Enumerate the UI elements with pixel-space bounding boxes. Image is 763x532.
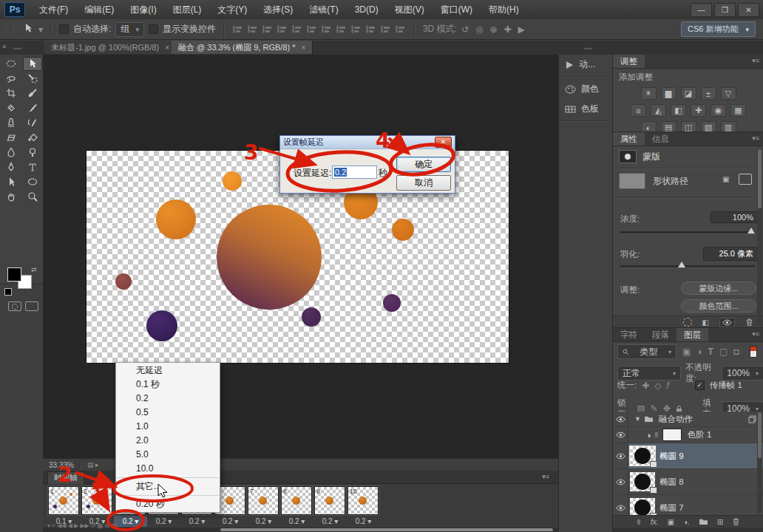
3d-mode-icon[interactable]: ↺	[461, 24, 469, 35]
layer-thumbnail[interactable]	[630, 446, 655, 466]
vector-mask-icon[interactable]	[739, 174, 752, 185]
delay-menu-item[interactable]: 其它...	[116, 480, 220, 494]
visibility-eye-icon[interactable]	[613, 469, 628, 494]
delay-input[interactable]: 0.2	[332, 166, 377, 179]
zoom-tool[interactable]	[23, 190, 42, 204]
dodge-tool[interactable]	[23, 146, 42, 160]
ellipse-shape-tool[interactable]	[23, 175, 42, 189]
3d-mode-icon[interactable]: ◎	[475, 24, 483, 35]
hand-tool[interactable]	[1, 190, 21, 204]
history-brush-tool[interactable]	[23, 116, 42, 130]
add-pixel-mask-icon[interactable]: ▣	[722, 175, 729, 183]
align-icon[interactable]	[306, 24, 318, 35]
tab-adjustments[interactable]: 调整	[613, 55, 645, 68]
tab-info[interactable]: 信息	[645, 132, 676, 146]
menu-item[interactable]: 文件(F)	[31, 0, 76, 19]
adjustment-levels-icon[interactable]: ▆	[661, 87, 676, 100]
eyedropper-tool[interactable]	[23, 86, 42, 100]
menu-item[interactable]: 文字(Y)	[209, 0, 255, 19]
delay-menu-item[interactable]: 10.0	[116, 462, 220, 476]
frame-delay[interactable]: 0.2 ▾	[180, 516, 214, 527]
screen-mode-button[interactable]	[25, 301, 38, 311]
adjustment-curves-icon[interactable]: ◪	[681, 87, 696, 100]
move-tool[interactable]	[23, 57, 42, 71]
menu-item[interactable]: 编辑(E)	[76, 0, 122, 19]
type-tool[interactable]	[23, 160, 42, 174]
align-icon[interactable]	[262, 24, 274, 35]
delay-menu-item[interactable]: 0.5	[116, 406, 220, 420]
align-icon[interactable]	[350, 24, 362, 35]
panel-menu-icon[interactable]: ▾≡	[747, 55, 763, 68]
frame-thumbnail[interactable]: 1	[48, 486, 79, 515]
3d-mode-icon[interactable]: ⊕	[489, 24, 497, 35]
tab-layers[interactable]: 图层	[676, 328, 708, 341]
frame-delay[interactable]: 0.2 ▾	[280, 516, 313, 527]
frame-delay[interactable]: 0.2 ▾	[313, 516, 347, 527]
density-value[interactable]: 100%	[711, 211, 758, 223]
ok-button[interactable]: 确定	[396, 157, 451, 172]
layer-row-selected[interactable]: 椭圆 9	[613, 443, 763, 469]
quick-selection-tool[interactable]	[23, 72, 42, 86]
delete-mask-icon[interactable]	[745, 318, 753, 327]
frame-delay[interactable]: 0.2 ▾	[147, 516, 180, 527]
density-slider-knob[interactable]	[747, 228, 755, 233]
propagate-frame-checkbox[interactable]: ✓	[695, 381, 705, 390]
align-icon[interactable]	[380, 24, 392, 35]
unify-position-icon[interactable]: ✚	[642, 381, 649, 391]
shape-thumbnail[interactable]	[619, 173, 645, 189]
panel-menu-icon[interactable]: ▾≡	[747, 328, 763, 341]
layer-thumbnail[interactable]	[630, 472, 655, 491]
paint-bucket-tool[interactable]	[23, 131, 42, 145]
frame-thumbnail[interactable]: 10	[347, 486, 379, 515]
unify-style-icon[interactable]: f	[667, 381, 669, 391]
restore-button[interactable]: ❐	[714, 3, 736, 17]
apply-mask-icon[interactable]: ◧	[702, 318, 709, 327]
close-button[interactable]: ✕	[738, 3, 759, 17]
align-icon[interactable]	[336, 24, 347, 35]
default-colors-icon[interactable]	[4, 288, 12, 296]
timeline-playback-controls[interactable]: ▾ ≡ ◀◀ ◀ ▶ ▶▶ ⟳ ▦ ⊞ ▨	[47, 522, 117, 529]
color-panel-button[interactable]: 颜色	[559, 79, 613, 99]
timeline-frame[interactable]: 9	[313, 485, 347, 516]
align-icon[interactable]	[247, 24, 259, 35]
delay-menu-item[interactable]: 无延迟	[116, 364, 220, 378]
document-tab-active[interactable]: 融合 @ 33.3% (椭圆 9, RGB/8) *×	[172, 41, 313, 54]
minimize-button[interactable]: —	[691, 3, 712, 17]
timeline-frame[interactable]: 7	[247, 485, 280, 516]
menu-item[interactable]: 图像(I)	[122, 0, 164, 19]
timeline-menu-icon[interactable]: ▾≡	[542, 473, 549, 480]
menu-item[interactable]: 帮助(H)	[481, 0, 527, 19]
tab-paragraph[interactable]: 段落	[645, 328, 676, 341]
menu-item[interactable]: 滤镜(T)	[301, 0, 346, 19]
swatches-panel-button[interactable]: 色板	[559, 99, 613, 119]
feather-slider-knob[interactable]	[678, 262, 685, 267]
frame-delay[interactable]: 0.2 ▾	[347, 516, 380, 527]
layer-filter-dropdown[interactable]: 类型▾	[617, 344, 676, 359]
adjustment-vibrance-icon[interactable]: ▽	[721, 87, 736, 100]
align-icon[interactable]	[277, 24, 288, 35]
align-icon[interactable]	[232, 24, 244, 35]
show-transform-checkbox[interactable]	[149, 24, 158, 34]
timeline-frame[interactable]: 8	[280, 485, 313, 516]
menu-item[interactable]: 图层(L)	[165, 0, 210, 19]
adjustment-color-lookup-icon[interactable]: ▦	[730, 104, 746, 117]
3d-mode-icon[interactable]: ✚	[504, 24, 512, 35]
tab-properties[interactable]: 属性	[613, 132, 645, 146]
delay-menu-item[interactable]: 2.0	[116, 434, 220, 448]
unify-visibility-icon[interactable]: ◇	[654, 381, 661, 391]
brush-tool[interactable]	[23, 101, 42, 115]
adjustment-black-white-icon[interactable]: ◧	[671, 104, 686, 117]
quick-mask-button[interactable]	[8, 301, 21, 311]
properties-scrollbar[interactable]	[757, 149, 762, 326]
link-layers-icon[interactable]: ∞	[635, 519, 643, 524]
align-icon[interactable]	[291, 24, 303, 35]
feather-value[interactable]: 25.0 像素	[703, 247, 758, 261]
lasso-tool[interactable]	[1, 72, 21, 86]
zoom-level[interactable]: 33.33%	[49, 461, 74, 469]
frame-thumbnail[interactable]: 9	[314, 486, 345, 515]
new-group-icon[interactable]	[699, 518, 708, 525]
layers-scrollbar[interactable]	[757, 412, 762, 514]
adjustment-exposure-icon[interactable]: ±	[701, 87, 716, 100]
clone-stamp-tool[interactable]	[1, 116, 21, 130]
filter-smart-object-icon[interactable]: ◘	[733, 347, 739, 357]
